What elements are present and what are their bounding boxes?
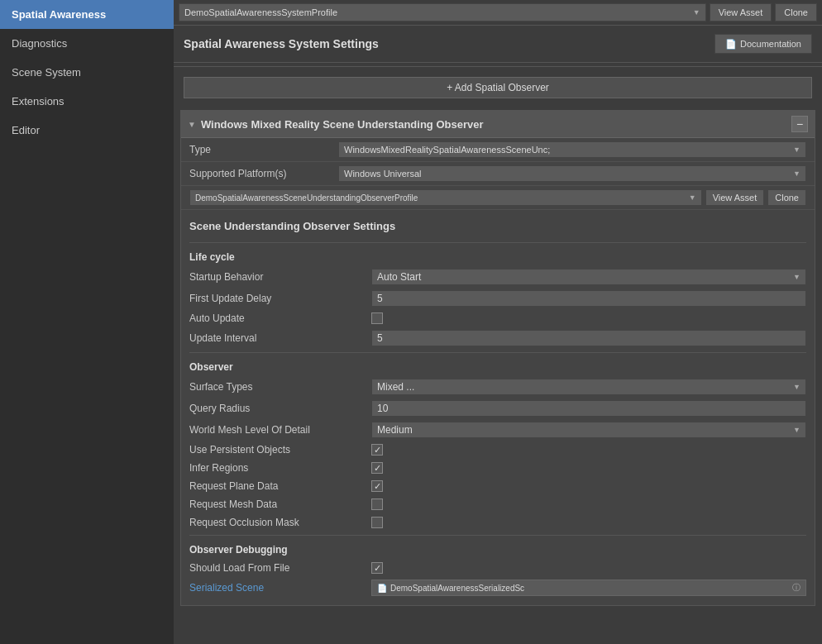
type-chevron-icon: ▼ [793, 145, 800, 154]
use-persistent-value [371, 444, 806, 456]
remove-observer-button[interactable]: − [791, 116, 808, 132]
infer-regions-value [371, 462, 806, 474]
request-occlusion-label: Request Occlusion Mask [189, 517, 371, 528]
clone-button[interactable]: Clone [775, 3, 817, 21]
sidebar-item-label: Spatial Awareness [12, 8, 106, 21]
query-radius-row: Query Radius [189, 398, 806, 419]
debugging-divider [189, 535, 806, 536]
sidebar-item-scene-system[interactable]: Scene System [0, 58, 174, 87]
observer-view-asset-button[interactable]: View Asset [705, 189, 765, 206]
startup-chevron-icon: ▼ [793, 273, 800, 281]
startup-behavior-label: Startup Behavior [189, 271, 371, 283]
request-plane-row: Request Plane Data [189, 477, 806, 495]
observer-profile-dropdown[interactable]: DemoSpatialAwarenessSceneUnderstandingOb… [189, 189, 702, 206]
surface-types-row: Surface Types Mixed ... ▼ [189, 376, 806, 398]
lifecycle-group-label: Life cycle [189, 246, 806, 266]
request-plane-value [371, 480, 806, 492]
startup-behavior-text: Auto Start [377, 271, 421, 283]
use-persistent-checkbox[interactable] [371, 444, 383, 456]
doc-label: Documentation [740, 39, 801, 49]
observer-profile-name: DemoSpatialAwarenessSceneUnderstandingOb… [195, 193, 418, 203]
settings-block: Scene Understanding Observer Settings Li… [181, 210, 815, 605]
platform-chevron-icon: ▼ [793, 169, 800, 178]
sidebar-item-spatial-awareness[interactable]: Spatial Awareness [0, 0, 174, 29]
use-persistent-label: Use Persistent Objects [189, 444, 371, 456]
serialized-scene-link[interactable]: Serialized Scene [189, 582, 371, 594]
view-asset-button[interactable]: View Asset [710, 3, 772, 21]
add-observer-bar: + Add Spatial Observer [174, 70, 822, 105]
serialized-scene-field[interactable]: 📄 DemoSpatialAwarenessSerializedSc ⓘ [371, 580, 806, 596]
header-divider [174, 66, 822, 67]
world-mesh-lod-text: Medium [377, 424, 413, 436]
query-radius-label: Query Radius [189, 403, 371, 414]
observer-block: ▼ Windows Mixed Reality Scene Understand… [180, 110, 815, 606]
request-occlusion-value [371, 517, 806, 528]
should-load-value [371, 562, 806, 574]
query-radius-input[interactable] [371, 400, 806, 417]
auto-update-value [371, 312, 806, 324]
should-load-row: Should Load From File [189, 559, 806, 577]
chevron-down-icon: ▼ [693, 8, 700, 17]
settings-title: Scene Understanding Observer Settings [189, 217, 806, 239]
add-observer-button[interactable]: + Add Spatial Observer [184, 77, 812, 98]
request-mesh-checkbox[interactable] [371, 499, 383, 510]
sidebar-item-diagnostics[interactable]: Diagnostics [0, 29, 174, 58]
serialized-scene-text: DemoSpatialAwarenessSerializedSc [390, 584, 786, 593]
infer-regions-row: Infer Regions [189, 459, 806, 477]
request-plane-label: Request Plane Data [189, 480, 371, 492]
doc-icon: 📄 [725, 39, 737, 50]
sidebar-item-label: Scene System [12, 66, 81, 79]
auto-update-checkbox[interactable] [371, 312, 383, 324]
startup-behavior-row: Startup Behavior Auto Start ▼ [189, 266, 806, 288]
platform-label: Supported Platform(s) [189, 168, 338, 179]
first-update-delay-row: First Update Delay [189, 288, 806, 309]
surface-types-chevron-icon: ▼ [793, 383, 800, 391]
type-row: Type WindowsMixedRealitySpatialAwareness… [181, 138, 815, 162]
file-icon: 📄 [377, 584, 387, 593]
surface-types-label: Surface Types [189, 381, 371, 393]
documentation-button[interactable]: 📄 Documentation [714, 34, 812, 54]
sidebar-item-label: Diagnostics [12, 37, 67, 50]
world-mesh-lod-value: Medium ▼ [371, 422, 806, 438]
main-content: DemoSpatialAwarenessSystemProfile ▼ View… [174, 0, 822, 644]
type-value-text: WindowsMixedRealitySpatialAwarenessScene… [344, 145, 550, 155]
infer-regions-checkbox[interactable] [371, 462, 383, 474]
type-label: Type [189, 144, 338, 155]
world-mesh-lod-row: World Mesh Level Of Detail Medium ▼ [189, 419, 806, 441]
query-radius-value [371, 400, 806, 417]
observer-header-left: ▼ Windows Mixed Reality Scene Understand… [188, 118, 484, 131]
world-mesh-lod-dropdown[interactable]: Medium ▼ [371, 422, 806, 438]
observer-header: ▼ Windows Mixed Reality Scene Understand… [181, 111, 815, 138]
profile-chevron-icon: ▼ [689, 193, 696, 202]
collapse-arrow-icon[interactable]: ▼ [188, 120, 196, 129]
request-occlusion-checkbox[interactable] [371, 517, 383, 528]
platform-value-dropdown[interactable]: Windows Universal ▼ [338, 165, 806, 182]
platform-value-text: Windows Universal [344, 169, 422, 179]
section-header: Spatial Awareness System Settings 📄 Docu… [174, 26, 822, 63]
update-interval-value [371, 330, 806, 346]
sidebar-item-extensions[interactable]: Extensions [0, 87, 174, 116]
update-interval-input[interactable] [371, 330, 806, 346]
platform-row: Supported Platform(s) Windows Universal … [181, 162, 815, 186]
top-bar: DemoSpatialAwarenessSystemProfile ▼ View… [174, 0, 822, 26]
observer-section-divider [189, 352, 806, 353]
observer-clone-button[interactable]: Clone [767, 189, 806, 206]
world-mesh-lod-label: World Mesh Level Of Detail [189, 424, 371, 436]
request-plane-checkbox[interactable] [371, 480, 383, 492]
system-profile-dropdown[interactable]: DemoSpatialAwarenessSystemProfile ▼ [179, 3, 706, 21]
request-occlusion-row: Request Occlusion Mask [189, 513, 806, 532]
sidebar: Spatial Awareness Diagnostics Scene Syst… [0, 0, 174, 644]
info-icon[interactable]: ⓘ [792, 582, 800, 594]
should-load-checkbox[interactable] [371, 562, 383, 574]
observer-title: Windows Mixed Reality Scene Understandin… [201, 118, 484, 131]
serialized-scene-row: Serialized Scene 📄 DemoSpatialAwarenessS… [189, 577, 806, 599]
type-value: WindowsMixedRealitySpatialAwarenessScene… [338, 141, 806, 158]
startup-behavior-dropdown[interactable]: Auto Start ▼ [371, 269, 806, 285]
first-update-delay-input[interactable] [371, 290, 806, 307]
observer-group-label: Observer [189, 356, 806, 376]
sidebar-item-editor[interactable]: Editor [0, 116, 174, 145]
debugging-group-label: Observer Debugging [189, 539, 806, 559]
first-update-delay-value [371, 290, 806, 307]
settings-divider [189, 242, 806, 243]
surface-types-dropdown[interactable]: Mixed ... ▼ [371, 379, 806, 395]
